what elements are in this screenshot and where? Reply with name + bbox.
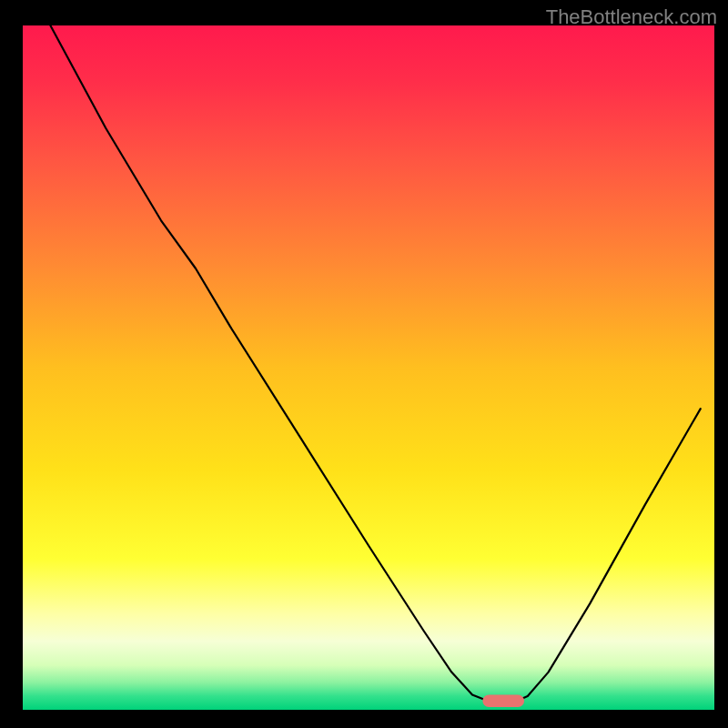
plot-background [23, 25, 714, 710]
chart-svg [0, 0, 728, 728]
chart-container: TheBottleneck.com [0, 0, 728, 728]
sweet-spot-marker [482, 694, 524, 707]
watermark-label: TheBottleneck.com [546, 5, 717, 29]
